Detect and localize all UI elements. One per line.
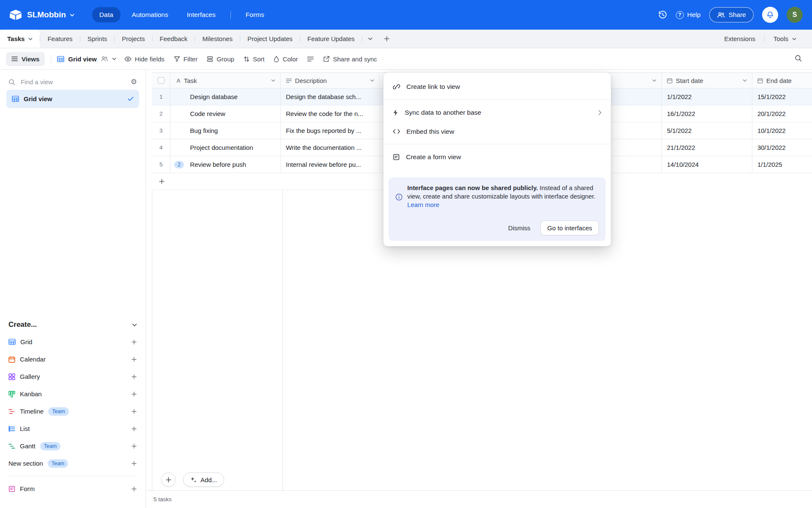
group-button[interactable]: Group [202, 52, 239, 66]
cell-end-date[interactable]: 30/1/2022 [752, 139, 812, 156]
go-to-interfaces-button[interactable]: Go to interfaces [540, 221, 599, 235]
create-header[interactable]: Create... [8, 318, 137, 333]
nav-interfaces[interactable]: Interfaces [180, 7, 223, 22]
chevron-down-icon[interactable] [652, 79, 656, 82]
add-icon[interactable] [131, 339, 137, 345]
tab-milestones[interactable]: Milestones [195, 30, 240, 48]
base-name[interactable]: SLMobbin [27, 10, 74, 19]
nav-automations[interactable]: Automations [125, 7, 176, 22]
add-record-button[interactable] [161, 472, 176, 487]
cell-task[interactable]: 2 Review before push [170, 156, 281, 173]
cell-description[interactable]: Write the documentation ... [281, 139, 380, 156]
share-and-sync-button[interactable]: Share and sync [318, 52, 381, 66]
add-icon[interactable] [131, 426, 137, 432]
tools-button[interactable]: Tools [766, 35, 804, 42]
sidebar-item-grid-view[interactable]: Grid view [6, 90, 139, 108]
tab-feature-updates[interactable]: Feature Updates [300, 30, 362, 48]
cell-task[interactable]: Bug fixing [170, 122, 281, 139]
cell-end-date[interactable]: 1/1/2025 [752, 156, 812, 173]
add-row[interactable] [152, 173, 383, 190]
add-icon[interactable] [131, 461, 137, 467]
cell-value: Review before push [190, 161, 246, 168]
tab-tasks[interactable]: Tasks [0, 30, 40, 48]
dismiss-button[interactable]: Dismiss [503, 221, 536, 235]
find-view-input[interactable] [20, 78, 126, 86]
cell-end-date[interactable]: 20/1/2022 [752, 105, 812, 122]
cell-task[interactable]: Code review [170, 105, 281, 122]
cell-start-date[interactable]: 14/10/2024 [662, 156, 752, 173]
create-kanban-item[interactable]: Kanban [8, 385, 137, 403]
views-button[interactable]: Views [6, 52, 45, 66]
cell-end-date[interactable]: 10/1/2022 [752, 122, 812, 139]
cell-start-date[interactable]: 21/1/2022 [662, 139, 752, 156]
select-all-checkbox[interactable] [152, 73, 170, 88]
notifications-button[interactable] [762, 7, 778, 23]
add-icon[interactable] [131, 409, 137, 414]
column-header-task[interactable]: A Task [170, 73, 280, 88]
history-icon[interactable] [658, 10, 667, 19]
gear-icon[interactable]: ⚙ [131, 77, 137, 86]
add-icon[interactable] [131, 443, 137, 449]
menu-item-embed-view[interactable]: Embed this view [384, 122, 611, 141]
create-new-section-item[interactable]: New section Team [8, 455, 137, 472]
column-header-description[interactable]: Description [281, 73, 380, 88]
add-icon[interactable] [131, 374, 137, 380]
cell-description[interactable]: Fix the bugs reported by ... [281, 122, 380, 139]
chevron-down-icon[interactable] [743, 79, 747, 82]
create-list-item[interactable]: List [8, 420, 137, 437]
more-tables-chevron-icon[interactable] [362, 30, 378, 48]
cell-task[interactable]: Design database [170, 88, 281, 105]
create-form-item[interactable]: Form [8, 480, 137, 497]
add-with-ai-button[interactable]: Add... [183, 472, 224, 487]
add-icon[interactable] [131, 356, 137, 362]
cell-end-date[interactable]: 15/1/2022 [752, 88, 812, 105]
current-view-button[interactable]: Grid view [57, 55, 120, 63]
menu-item-sync-data[interactable]: Sync data to another base [384, 103, 611, 122]
cell-description[interactable]: Internal review before pu... [281, 156, 380, 173]
cell-description[interactable]: Design the database sch... [281, 88, 380, 105]
nav-forms[interactable]: Forms [239, 7, 272, 22]
column-header-end-date[interactable]: End date [752, 73, 812, 88]
menu-item-create-link[interactable]: Create link to view [384, 77, 611, 97]
nav-data[interactable]: Data [92, 7, 121, 22]
color-button[interactable]: Color [269, 52, 302, 66]
cell-description[interactable]: Review the code for the n... [281, 105, 380, 122]
filter-button[interactable]: Filter [169, 52, 202, 66]
create-grid-item[interactable]: Grid [8, 333, 137, 351]
menu-item-create-form-view[interactable]: Create a form view [384, 147, 611, 166]
column-header-start-date[interactable]: Start date [662, 73, 752, 88]
chevron-down-icon[interactable] [271, 79, 275, 82]
tab-sprints[interactable]: Sprints [80, 30, 115, 48]
cell-start-date[interactable]: 1/1/2022 [662, 88, 752, 105]
help-button[interactable]: ? Help [676, 11, 701, 19]
add-table-icon[interactable] [378, 30, 395, 48]
share-button[interactable]: Share [709, 7, 754, 22]
create-gallery-item[interactable]: Gallery [8, 368, 137, 385]
create-gantt-item[interactable]: Gantt Team [8, 437, 137, 455]
app-logo-icon[interactable] [9, 9, 22, 20]
create-timeline-item[interactable]: Timeline Team [8, 403, 137, 420]
tab-projects[interactable]: Projects [115, 30, 152, 48]
tab-features[interactable]: Features [40, 30, 80, 48]
hide-fields-label: Hide fields [135, 55, 165, 63]
tab-feedback[interactable]: Feedback [153, 30, 195, 48]
cell-task[interactable]: Project documentation [170, 139, 281, 156]
sort-button[interactable]: Sort [239, 52, 269, 66]
user-avatar[interactable]: S [787, 7, 803, 23]
search-button[interactable] [790, 52, 806, 66]
cell-start-date[interactable]: 16/1/2022 [662, 105, 752, 122]
comment-count-badge[interactable]: 2 [174, 161, 184, 168]
row-number: 3 [159, 127, 163, 134]
add-icon[interactable] [131, 391, 137, 397]
link-icon [393, 83, 400, 90]
learn-more-link[interactable]: Learn more [407, 202, 439, 208]
chevron-down-icon[interactable] [370, 79, 374, 82]
row-height-button[interactable] [302, 53, 318, 65]
hide-fields-button[interactable]: Hide fields [120, 52, 169, 66]
menu-divider [384, 144, 611, 144]
extensions-button[interactable]: Extensions [717, 35, 763, 42]
tab-project-updates[interactable]: Project Updates [240, 30, 300, 48]
add-icon[interactable] [131, 486, 137, 492]
create-calendar-item[interactable]: Calendar [8, 351, 137, 368]
cell-start-date[interactable]: 5/1/2022 [662, 122, 752, 139]
